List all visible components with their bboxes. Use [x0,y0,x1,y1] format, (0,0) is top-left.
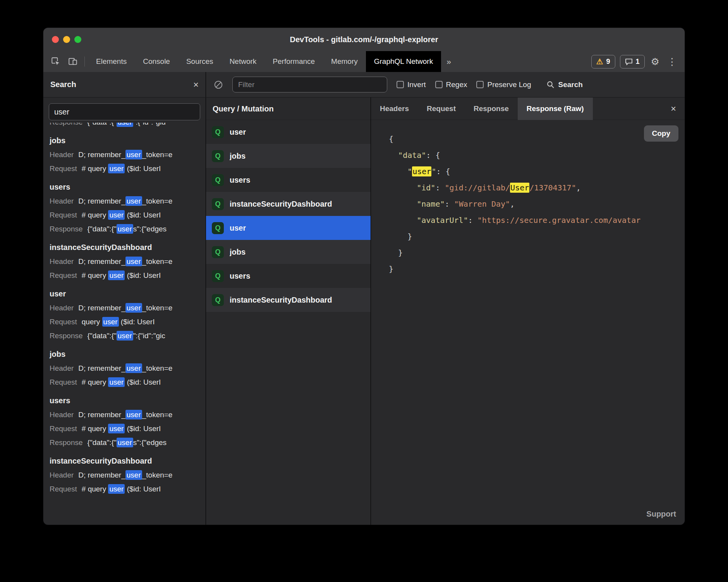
json-line: } [389,228,685,245]
screen-background: DevTools - gitlab.com/-/graphql-explorer… [0,0,728,582]
devtools-tab-elements[interactable]: Elements [88,51,135,72]
search-match-highlight: user [412,166,431,176]
minimize-window-button[interactable] [63,36,70,43]
search-result-line[interactable]: HeaderD; remember_user_token=e [43,361,206,375]
query-list-item[interactable]: QinstanceSecurityDashboard [206,192,371,216]
devtools-tabs: ElementsConsoleSourcesNetworkPerformance… [88,51,441,72]
search-match-highlight: user [117,331,133,341]
inspect-element-icon[interactable] [47,51,64,72]
settings-gear-icon[interactable]: ⚙ [649,57,661,67]
regex-checkbox[interactable]: Regex [435,80,467,89]
search-result-operation-name[interactable]: user [43,286,206,301]
preserve-log-checkbox[interactable]: Preserve Log [476,80,531,89]
clear-requests-icon[interactable] [214,80,223,89]
response-raw-json: { "data": { "user": { "id": "gid://gitla… [389,131,685,277]
main-content: Response{"data":{"user":{"id":"gidjobsHe… [43,98,685,525]
network-filter-bar: Invert Regex Preserve Log [206,72,685,97]
search-result-line[interactable]: Request# query user ($id: UserI [43,269,206,282]
devtools-tab-memory[interactable]: Memory [323,51,366,72]
search-result-line-label: Header [50,151,74,159]
search-match-highlight: user [108,270,125,280]
filter-input[interactable] [232,77,387,92]
search-result-line[interactable]: HeaderD; remember_user_token=e [43,408,206,422]
query-list-item[interactable]: QinstanceSecurityDashboard [206,288,371,312]
search-result-line[interactable]: Response{"data":{"user":{"id":"gid [43,123,206,129]
query-list-item[interactable]: Quser [206,216,371,240]
search-result-line[interactable]: Response{"data":{"users":{"edges [43,222,206,236]
query-list: QuserQjobsQusersQinstanceSecurityDashboa… [206,120,371,312]
search-result-line-label: Header [50,304,74,312]
checkbox-box [476,81,484,88]
search-result-line[interactable]: HeaderD; remember_user_token=e [43,255,206,269]
response-raw-body: Copy { "data": { "user": { "id": "gid://… [371,120,685,525]
query-list-item[interactable]: Qjobs [206,144,371,168]
search-match-highlight: user [125,303,142,313]
search-result-line[interactable]: Request# query user ($id: UserI [43,208,206,222]
search-result-operation-name[interactable]: users [43,180,206,194]
warnings-badge[interactable]: ⚠ 9 [591,55,615,68]
response-tab-response-raw[interactable]: Response (Raw) [518,98,593,120]
checkbox-label: Regex [446,80,467,89]
devtools-tab-network[interactable]: Network [221,51,265,72]
search-result-line-label: Response [50,332,83,340]
query-list-item[interactable]: Qjobs [206,240,371,264]
more-options-icon[interactable]: ⋮ [666,57,678,67]
search-result-operation-name[interactable]: users [43,393,206,408]
devtools-tab-graphql-network[interactable]: GraphQL Network [366,51,441,72]
search-result-line[interactable]: Requestquery user ($id: UserI [43,315,206,329]
search-toggle[interactable]: Search [546,80,582,89]
search-match-highlight: user [108,164,125,173]
query-list-item-label: jobs [230,248,246,257]
search-result-operation-name[interactable]: instanceSecurityDashboard [43,454,206,468]
warning-icon: ⚠ [596,58,603,65]
copy-button[interactable]: Copy [644,125,679,142]
search-result-line[interactable]: Request# query user ($id: UserI [43,422,206,436]
search-result-line[interactable]: HeaderD; remember_user_token=e [43,148,206,162]
traffic-lights [52,36,81,43]
checkbox-box [435,81,443,88]
search-result-line-label: Request [50,485,77,493]
filter-toolbar: Search × Invert Regex [43,72,685,98]
issues-count: 1 [636,58,640,66]
search-result-line[interactable]: Response{"data":{"user":{"id":"gic [43,329,206,343]
search-result-line[interactable]: HeaderD; remember_user_token=e [43,301,206,315]
devtools-tab-console[interactable]: Console [135,51,178,72]
devtools-tab-performance[interactable]: Performance [264,51,323,72]
titlebar: DevTools - gitlab.com/-/graphql-explorer [43,28,685,51]
response-tabs: HeadersRequestResponseResponse (Raw) × [371,98,685,120]
search-result-operation-name[interactable]: jobs [43,347,206,361]
response-tab-response[interactable]: Response [465,98,518,120]
query-list-item[interactable]: Quser [206,120,371,144]
query-list-item[interactable]: Qusers [206,264,371,288]
response-tab-request[interactable]: Request [418,98,465,120]
search-result-line-label: Header [50,197,74,205]
close-panel-icon[interactable]: × [671,104,685,113]
query-list-item-label: users [230,176,250,185]
search-result-line[interactable]: HeaderD; remember_user_token=e [43,194,206,208]
close-search-icon[interactable]: × [193,80,199,89]
close-window-button[interactable] [52,36,59,43]
query-list-item[interactable]: Qusers [206,168,371,192]
search-result-operation-name[interactable]: jobs [43,133,206,148]
devtools-tab-sources[interactable]: Sources [178,51,221,72]
device-toolbar-icon[interactable] [64,51,81,72]
search-input[interactable] [49,103,200,120]
search-result-operation-name[interactable]: instanceSecurityDashboard [43,240,206,255]
zoom-window-button[interactable] [74,36,81,43]
search-panel-title: Search [50,80,76,89]
search-result-line[interactable]: Request# query user ($id: UserI [43,482,206,496]
support-link[interactable]: Support [646,510,676,519]
search-result-group: jobsHeaderD; remember_user_token=eReques… [43,343,206,389]
search-match-highlight: user [125,257,142,266]
more-tabs-chevron-icon[interactable]: » [441,57,457,66]
search-result-line[interactable]: Request# query user ($id: UserI [43,162,206,176]
search-result-line[interactable]: Request# query user ($id: UserI [43,375,206,389]
invert-checkbox[interactable]: Invert [397,80,426,89]
issues-badge[interactable]: 1 [620,55,645,68]
tabbar-right-cluster: ⚠ 9 1 ⚙ ⋮ [591,55,685,68]
search-result-line-label: Header [50,411,74,419]
search-result-line[interactable]: Response{"data":{"users":{"edges [43,436,206,450]
search-result-line-label: Request [50,425,77,433]
search-result-line[interactable]: HeaderD; remember_user_token=e [43,468,206,482]
response-tab-headers[interactable]: Headers [371,98,418,120]
